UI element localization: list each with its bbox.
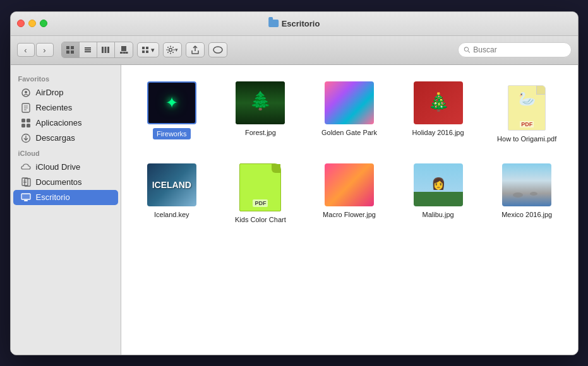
file-item-iceland[interactable]: ICELAND Iceland.key: [134, 160, 210, 228]
sidebar-item-airdrop[interactable]: AirDrop: [13, 85, 118, 100]
svg-point-25: [172, 47, 174, 48]
grid-icon: [66, 45, 75, 54]
back-button[interactable]: ‹: [17, 43, 35, 57]
mexico-label: Mexico 2016.jpg: [501, 210, 552, 219]
file-item-forest[interactable]: 🌲 Forest.jpg: [222, 78, 299, 147]
icloud-drive-icon: [21, 162, 31, 172]
forest-thumbnail: 🌲: [236, 81, 285, 124]
svg-rect-37: [27, 119, 30, 122]
holiday-label: Holiday 2016.jpg: [412, 128, 464, 137]
svg-rect-15: [146, 47, 148, 49]
forward-icon: ›: [43, 45, 45, 55]
svg-point-26: [167, 52, 169, 53]
aplicaciones-icon: [21, 118, 31, 128]
svg-rect-8: [105, 47, 107, 53]
macro-label: Macro Flower.jpg: [323, 210, 376, 219]
forward-button[interactable]: ›: [36, 43, 54, 57]
file-item-golden-gate[interactable]: Golden Gate Park: [311, 78, 388, 147]
search-input[interactable]: [473, 45, 565, 54]
view-buttons: [61, 42, 133, 58]
finder-window: Escritorio ‹ ›: [10, 11, 579, 355]
file-item-mexico[interactable]: Mexico 2016.jpg: [489, 160, 565, 228]
svg-rect-47: [24, 200, 28, 201]
file-item-macro[interactable]: Macro Flower.jpg: [311, 160, 388, 228]
file-item-kids[interactable]: PDF Kids Color Chart: [222, 160, 299, 228]
settings-button[interactable]: ▾: [163, 42, 182, 57]
svg-rect-14: [142, 47, 145, 49]
macro-thumbnail: [325, 163, 374, 206]
file-item-origami[interactable]: 🦢 PDF How to Origami.pdf: [489, 78, 565, 147]
window-title: Escritorio: [282, 19, 320, 28]
malibu-thumbnail: 👩: [414, 163, 463, 206]
svg-point-58: [530, 192, 537, 196]
svg-rect-54: [414, 192, 463, 206]
svg-rect-46: [21, 194, 30, 199]
descargas-icon: [21, 133, 31, 143]
column-icon: [101, 45, 110, 54]
svg-rect-13: [125, 52, 128, 54]
fireworks-thumbnail: [147, 81, 196, 124]
settings-chevron: ▾: [175, 47, 178, 53]
svg-rect-2: [66, 50, 69, 54]
svg-rect-17: [146, 50, 148, 53]
minimize-button[interactable]: [28, 20, 36, 27]
back-icon: ‹: [24, 45, 27, 55]
window-title-area: Escritorio: [268, 19, 320, 28]
svg-rect-56: [502, 163, 551, 206]
icloud-drive-label: iCloud Drive: [36, 162, 81, 172]
golden-gate-thumbnail: [325, 81, 374, 124]
svg-rect-5: [85, 49, 91, 50]
file-item-malibu[interactable]: 👩 Malibu.jpg: [400, 160, 476, 228]
share-icon: [191, 45, 200, 54]
sidebar-item-recientes[interactable]: Recientes: [13, 100, 118, 115]
file-item-fireworks[interactable]: Fireworks: [134, 78, 210, 147]
tags-button[interactable]: [208, 42, 227, 57]
svg-rect-16: [142, 50, 145, 53]
documentos-icon: [21, 177, 31, 187]
view-list-button[interactable]: [80, 42, 97, 57]
forest-label: Forest.jpg: [245, 128, 276, 137]
svg-rect-3: [71, 50, 74, 54]
search-icon: [464, 46, 471, 54]
svg-point-27: [213, 47, 222, 53]
svg-rect-10: [121, 46, 126, 51]
view-cover-button[interactable]: [115, 42, 133, 57]
descargas-label: Descargas: [36, 133, 75, 143]
iceland-label: Iceland.key: [154, 210, 189, 219]
kids-thumbnail: PDF: [239, 163, 281, 211]
origami-label: How to Origami.pdf: [497, 134, 556, 143]
view-column-button[interactable]: [97, 42, 115, 57]
view-icon-button[interactable]: [62, 42, 80, 57]
sidebar-item-documentos[interactable]: Documentos: [13, 175, 118, 190]
main-area: Favoritos AirDrop: [11, 65, 578, 355]
svg-rect-9: [107, 47, 109, 53]
close-button[interactable]: [17, 20, 25, 27]
sidebar-item-descargas[interactable]: Descargas: [13, 131, 118, 146]
svg-point-31: [25, 91, 27, 93]
svg-rect-1: [71, 46, 74, 49]
fireworks-label: Fireworks: [153, 128, 191, 139]
svg-rect-0: [66, 46, 69, 49]
sidebar-item-icloud-drive[interactable]: iCloud Drive: [13, 160, 118, 175]
sidebar-item-aplicaciones[interactable]: Aplicaciones: [13, 115, 118, 131]
file-item-holiday[interactable]: 🎄 Holiday 2016.jpg: [400, 78, 476, 147]
svg-text:🌲: 🌲: [249, 90, 272, 111]
golden-gate-label: Golden Gate Park: [321, 128, 377, 137]
svg-text:🎄: 🎄: [427, 92, 449, 112]
sidebar-item-escritorio[interactable]: Escritorio: [13, 190, 118, 205]
svg-rect-38: [21, 124, 25, 127]
list-icon: [83, 45, 92, 54]
view-options-dropdown[interactable]: ▾: [137, 42, 159, 57]
svg-rect-36: [21, 119, 25, 122]
svg-point-23: [167, 47, 169, 48]
gear-icon: [166, 45, 175, 54]
dropdown-chevron: ▾: [151, 46, 155, 54]
sidebar: Favoritos AirDrop: [11, 65, 121, 355]
search-box[interactable]: [458, 42, 572, 57]
favorites-label: Favoritos: [11, 71, 121, 85]
svg-point-19: [170, 46, 171, 47]
airdrop-icon: [21, 88, 31, 98]
share-button[interactable]: [186, 42, 205, 57]
svg-rect-7: [102, 47, 104, 53]
maximize-button[interactable]: [40, 20, 47, 27]
